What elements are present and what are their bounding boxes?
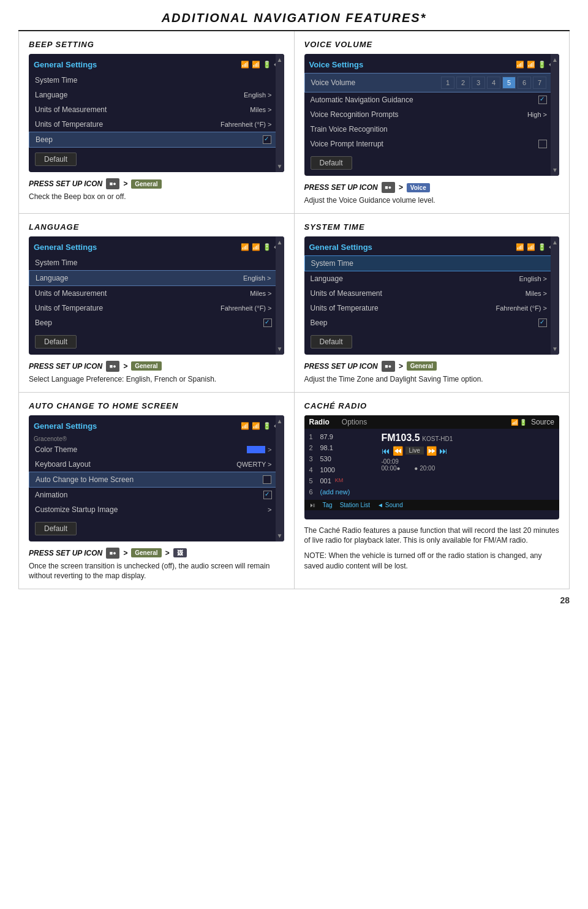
radio-tab-radio[interactable]: Radio [309, 418, 330, 426]
auto-description: Once the screen transition is unchecked … [29, 561, 284, 582]
auto-nav-checkbox[interactable] [538, 96, 547, 104]
vol-seg-6[interactable]: 6 [518, 77, 531, 89]
beep-default-btn[interactable]: Default [35, 153, 77, 166]
beep-checkbox[interactable] [263, 135, 271, 144]
lang-default-btn[interactable]: Default [35, 335, 77, 349]
systime-row-beep[interactable]: Beep [304, 315, 560, 330]
auto-setup-icon-btn[interactable]: ■● [106, 548, 119, 559]
systime-scroll-up[interactable]: ▲ [552, 239, 558, 246]
auto-general-icon[interactable]: General [131, 548, 161, 557]
lang-row-language[interactable]: Language English > [29, 270, 284, 286]
lang-row-units-meas[interactable]: Units of Measurement Miles > [29, 286, 284, 301]
auto-scrollbar[interactable]: ▲ ▼ [276, 415, 284, 541]
voice-volume-cell: VOICE VOLUME Voice Settings 📶 📶 🔋 ↩ ▲ ▼ … [295, 31, 570, 214]
auto-bluetooth-icon: 📶 [241, 422, 249, 430]
voice-volume-title: VOICE VOLUME [304, 40, 560, 49]
systime-screen-icons: 📶 📶 🔋 ↩ [516, 243, 554, 251]
voice-auto-nav[interactable]: Automatic Navigation Guidance [304, 92, 560, 107]
auto-change-title: AUTO CHANGE TO HOME SCREEN [29, 401, 284, 410]
auto-image-icon[interactable]: 🖼 [173, 548, 187, 557]
lang-general-icon[interactable]: General [131, 361, 161, 371]
voice-scroll-down[interactable]: ▼ [552, 167, 558, 173]
lang-scroll-up[interactable]: ▲ [277, 239, 283, 246]
beep-row-language[interactable]: Language English > [29, 88, 284, 102]
systime-row-units-temp[interactable]: Units of Temperature Fahrenheit (°F) > [304, 301, 560, 315]
systime-general-icon[interactable]: General [407, 361, 437, 371]
vol-seg-3[interactable]: 3 [472, 77, 485, 89]
vol-seg-2[interactable]: 2 [456, 77, 470, 89]
vol-seg-5[interactable]: 5 [502, 77, 516, 89]
volume-bar[interactable]: 1 2 3 4 5 6 7 [441, 77, 546, 89]
voice-train[interactable]: Train Voice Recognition [304, 122, 560, 137]
systime-bluetooth-icon: 📶 [516, 243, 524, 251]
auto-row-animation[interactable]: Animation [29, 488, 284, 502]
fast-forward-icon[interactable]: ⏩ [426, 446, 437, 456]
lang-scroll-down[interactable]: ▼ [277, 345, 283, 352]
cache-radio-title: CACHÉ RADIO [304, 401, 560, 410]
rewind-icon[interactable]: ⏪ [393, 446, 403, 456]
beep-general-icon[interactable]: General [131, 179, 161, 189]
auto-row-auto-change[interactable]: Auto Change to Home Screen [29, 472, 284, 488]
voice-scrollbar[interactable]: ▲ ▼ [551, 54, 559, 176]
auto-row-startup[interactable]: Customize Startup Image > [29, 502, 284, 517]
voice-volume-row[interactable]: Voice Volume 1 2 3 4 5 6 7 [304, 73, 560, 92]
systime-scroll-down[interactable]: ▼ [552, 345, 558, 352]
voice-icon-label[interactable]: Voice [407, 183, 430, 192]
radio-tab-options[interactable]: Options [342, 418, 367, 426]
lang-row-beep[interactable]: Beep [29, 315, 284, 330]
scroll-up-arrow[interactable]: ▲ [277, 56, 283, 63]
animation-checkbox[interactable] [263, 491, 272, 499]
skip-forward-icon[interactable]: ⏭ [439, 446, 448, 456]
lang-setup-icon-btn[interactable]: ■● [106, 361, 119, 372]
radio-station-list-btn[interactable]: Station List [340, 502, 370, 508]
prompt-interrupt-checkbox[interactable] [538, 140, 547, 148]
auto-default-btn[interactable]: Default [35, 522, 77, 535]
radio-live-btn[interactable]: Live [405, 447, 424, 455]
vol-seg-7[interactable]: 7 [533, 77, 546, 89]
radio-preset-1[interactable]: 1 87.9 [304, 431, 378, 442]
radio-preset-4[interactable]: 4 1000 [304, 464, 378, 475]
voice-prompt-interrupt[interactable]: Voice Prompt Interrupt [304, 137, 560, 151]
voice-setup-icon-btn[interactable]: ■● [382, 182, 395, 193]
beep-row-system-time[interactable]: System Time [29, 73, 284, 88]
beep-row-beep[interactable]: Beep [29, 132, 284, 148]
radio-preset-6[interactable]: 6 (add new) [304, 486, 378, 497]
vol-seg-4[interactable]: 4 [487, 77, 500, 89]
systime-beep-checkbox[interactable] [538, 319, 547, 327]
auto-row-color-theme[interactable]: Color Theme > [29, 442, 284, 457]
beep-scrollbar[interactable]: ▲ ▼ [276, 54, 284, 172]
skip-back-icon[interactable]: ⏮ [382, 446, 390, 456]
beep-row-units-temp[interactable]: Units of Temperature Fahrenheit (°F) > [29, 117, 284, 132]
radio-preset-5[interactable]: 5 001 KM [304, 475, 378, 486]
auto-change-checkbox[interactable] [263, 475, 271, 484]
lang-beep-checkbox[interactable] [263, 319, 272, 327]
lang-row-system-time[interactable]: System Time [29, 255, 284, 270]
radio-tag-btn[interactable]: Tag [323, 502, 333, 508]
lang-row-units-temp[interactable]: Units of Temperature Fahrenheit (°F) > [29, 301, 284, 315]
vol-seg-1[interactable]: 1 [441, 77, 454, 89]
systime-setup-icon-btn[interactable]: ■● [382, 361, 395, 372]
beep-row-units-meas[interactable]: Units of Measurement Miles > [29, 102, 284, 117]
systime-scrollbar[interactable]: ▲ ▼ [551, 236, 559, 355]
setup-icon-btn[interactable]: ■● [106, 178, 119, 189]
voice-scroll-up[interactable]: ▲ [552, 56, 558, 63]
auto-scroll-up[interactable]: ▲ [277, 418, 283, 424]
scroll-down-arrow[interactable]: ▼ [277, 163, 283, 170]
auto-scroll-down[interactable]: ▼ [277, 532, 283, 539]
voice-default-btn[interactable]: Default [311, 156, 352, 170]
auto-change-screen: General Settings 📶 📶 🔋 ↩ ▲ ▼ Gracenote® … [29, 415, 284, 541]
voice-recognition-prompts[interactable]: Voice Recognition Prompts High > [304, 107, 560, 122]
systime-default-btn[interactable]: Default [311, 335, 352, 349]
radio-sound-btn[interactable]: ◄ Sound [377, 502, 403, 508]
systime-row-system-time[interactable]: System Time [304, 255, 560, 271]
lang-scrollbar[interactable]: ▲ ▼ [276, 236, 284, 355]
radio-preset-3[interactable]: 3 530 [304, 453, 378, 464]
radio-preset-2[interactable]: 2 98.1 [304, 442, 378, 453]
auto-row-keyboard[interactable]: Keyboard Layout QWERTY > [29, 457, 284, 472]
radio-station: KOST-HD1 [422, 436, 453, 442]
systime-row-language[interactable]: Language English > [304, 271, 560, 286]
systime-row-units-meas[interactable]: Units of Measurement Miles > [304, 286, 560, 301]
radio-progress-bar: 00:00● ● 20:00 [382, 465, 556, 472]
systime-screen-title: General Settings [309, 243, 372, 252]
systime-signal-icon: 📶 [527, 243, 535, 251]
